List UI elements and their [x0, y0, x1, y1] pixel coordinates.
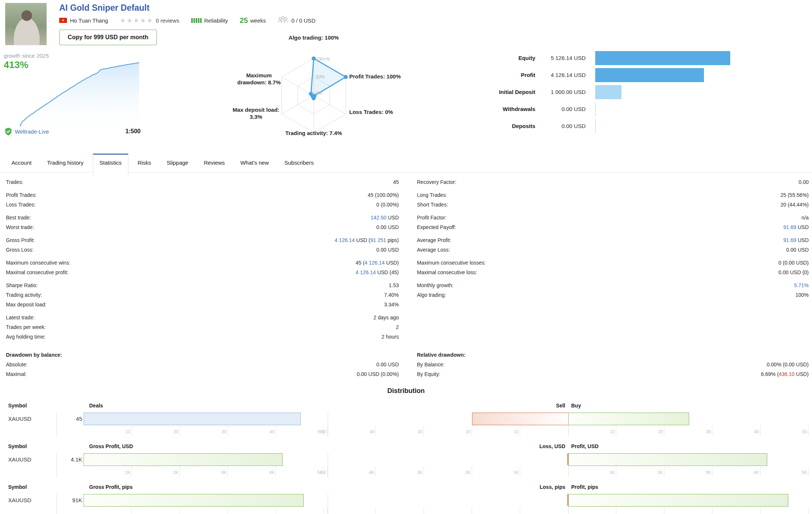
tab-trading-history[interactable]: Trading history [41, 154, 90, 172]
reviews-link[interactable]: 0 reviews [156, 17, 179, 24]
tab-subscribers[interactable]: Subscribers [278, 154, 320, 172]
axis-tick-label: 2K [657, 470, 663, 475]
stat-value: 2 days ago [374, 313, 399, 322]
axis-tick [616, 507, 616, 514]
balance-label: Profit [521, 67, 535, 84]
axis-tick [324, 507, 324, 514]
stat-label: Maximum consecutive wins: [6, 258, 70, 268]
stat-label: Average Loss: [417, 245, 450, 255]
axis-tick-label: 1K [513, 470, 519, 475]
axis-tick-label: 50 [321, 429, 326, 434]
axis-tick [520, 426, 520, 436]
stat-label: Avg holding time: [6, 332, 46, 342]
stat-label: Max deposit load: [6, 300, 47, 309]
distribution-symbol: XAUUSD [8, 453, 31, 466]
stats-row: Avg holding time:2 hours [0, 332, 812, 342]
balance-value: 4 126.14 USD [551, 67, 586, 84]
axis-tick-label: 5K [802, 470, 807, 475]
axis-tick [131, 507, 132, 514]
axis-tick [712, 426, 712, 436]
stats-row: Gross Profit:4 126.14 USD (91 251 pips)A… [0, 235, 812, 245]
axis-tick [375, 426, 376, 436]
weeks-value: 25 [240, 16, 248, 25]
balance-value: 0.00 USD [562, 101, 586, 118]
distribution-left-bar-header: Sell [556, 403, 565, 409]
balance-bar [595, 119, 596, 133]
axis-tick-label: 2K [465, 470, 471, 475]
subscribers-icon [277, 16, 289, 25]
balance-row: Initial Deposit1 000.00 USD [0, 84, 812, 101]
axis-tick [375, 466, 376, 477]
distribution-bar-sell [472, 413, 569, 425]
stat-value: 0.00 USD [376, 360, 399, 369]
stats-row: Max deposit load:3.34% [0, 300, 812, 309]
tab-bar: AccountTrading historyStatisticsRisksSli… [0, 154, 812, 172]
stat-value: 8.69% (436.10 USD) [761, 369, 809, 379]
axis-tick [808, 466, 809, 477]
tab-what-s-new[interactable]: What's new [234, 154, 275, 172]
axis-tick [472, 466, 472, 477]
balance-value: 1 000.00 USD [551, 84, 586, 101]
column-separator-line [57, 453, 57, 477]
axis-tick [616, 466, 616, 477]
vietnam-flag-icon: ★ [59, 18, 67, 23]
stat-label: Worst trade: [6, 222, 34, 232]
tab-risks[interactable]: Risks [131, 154, 158, 172]
radar-label-algo-trading: Algo trading: 100% [258, 34, 369, 41]
stats-row: Worst trade:0.00 USDExpected Payoff:91.6… [0, 222, 812, 232]
stat-label: Maximal: [6, 369, 27, 379]
balance-bar [595, 68, 704, 82]
axis-tick [375, 507, 376, 514]
axis-tick [228, 466, 228, 477]
statistics-table: Trades:45Recovery Factor:0.00Profit Trad… [0, 177, 812, 379]
axis-tick-label: 30 [418, 429, 422, 434]
axis-tick [712, 507, 712, 514]
column-separator-line [57, 412, 57, 437]
axis-tick-label: 4K [269, 470, 274, 475]
stat-value: 2 hours [381, 332, 399, 342]
stat-value: 0.00% (0.00 USD) [766, 360, 809, 369]
stat-label: Maximal consecutive profit: [6, 268, 68, 277]
tab-account[interactable]: Account [5, 154, 38, 172]
distribution-title: Distribution [0, 387, 812, 395]
stat-label: Average Profit: [417, 235, 451, 245]
stats-row: Maximal:0.00 USD (0.00%)By Equity:8.69% … [0, 369, 812, 379]
axis-tick [520, 466, 520, 477]
axis-tick [276, 426, 276, 436]
copy-button[interactable]: Copy for 999 USD per month [59, 30, 157, 45]
stat-value: 0.00 USD (0.00%) [357, 369, 399, 379]
distribution-bar-buy [568, 413, 689, 425]
tab-slippage[interactable]: Slippage [161, 154, 195, 172]
stats-row: Sharpe Ratio:1.53Monthly growth:5.71% [0, 280, 812, 290]
stat-label: Sharpe Ratio: [6, 280, 38, 290]
balance-bar [595, 51, 730, 65]
balance-row: Deposits0.00 USD [0, 118, 812, 135]
balance-value: 0.00 USD [562, 118, 586, 135]
stat-label: By Balance: [417, 360, 445, 369]
axis-tick [664, 507, 664, 514]
axis-tick [327, 507, 328, 514]
stat-label: Algo trading: [417, 290, 446, 300]
stat-value: 0.00 [799, 177, 809, 187]
stat-label: Latest trade: [6, 313, 35, 322]
balance-value: 5 126.14 USD [551, 50, 586, 67]
tab-statistics[interactable]: Statistics [93, 154, 128, 177]
axis-tick-label: 4K [754, 470, 759, 475]
stat-label: Loss Trades: [6, 200, 36, 209]
distribution-symbol-header: Symbol [8, 403, 27, 409]
axis-tick-label: 3K [417, 470, 422, 475]
distribution-value: 45 [76, 412, 82, 426]
tab-reviews[interactable]: Reviews [198, 154, 231, 172]
stats-row: Latest trade:2 days ago [0, 313, 812, 322]
axis-tick [276, 507, 276, 514]
axis-tick [664, 466, 664, 477]
axis-tick-label: 40 [754, 429, 759, 434]
author-link[interactable]: Ho Tuan Thang [70, 17, 108, 24]
axis-tick-label: 50 [802, 429, 807, 434]
distribution-value: 4.1K [71, 453, 82, 466]
stats-row: Gross Loss:0.00 USDAverage Loss:0.00 USD [0, 245, 812, 255]
distribution-right-bar-header: Buy [571, 403, 581, 409]
stat-value: 4 126.14 USD (45) [356, 268, 399, 277]
distribution-metric-header: Deals [89, 403, 103, 409]
stat-label: Long Trades: [417, 190, 447, 200]
